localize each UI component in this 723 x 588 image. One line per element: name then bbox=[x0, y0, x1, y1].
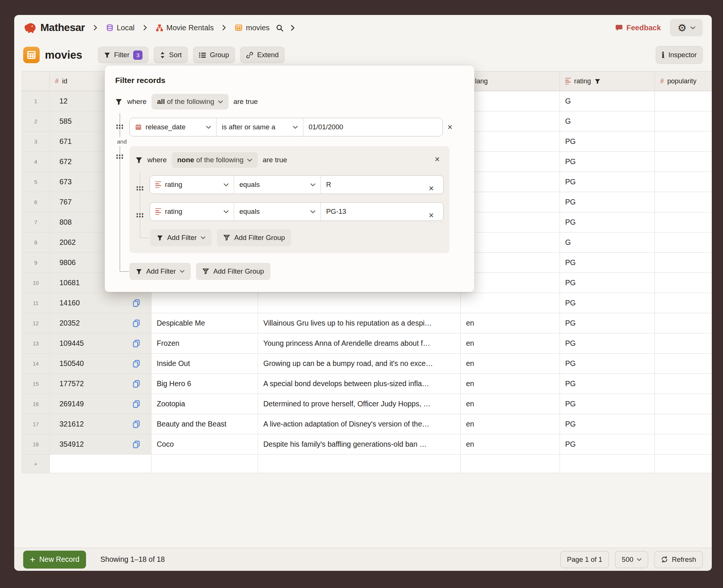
row-number-cell[interactable]: 12 bbox=[22, 313, 50, 333]
extend-button[interactable]: Extend bbox=[240, 47, 285, 63]
row-number-cell[interactable]: 11 bbox=[22, 293, 50, 313]
popularity-cell[interactable] bbox=[655, 91, 712, 111]
description-cell[interactable]: Despite his family's baffling generation… bbox=[258, 434, 461, 455]
breadcrumb-database[interactable]: Local bbox=[106, 24, 135, 32]
id-cell[interactable]: 14160 bbox=[50, 293, 151, 313]
mathesar-logo[interactable]: Mathesar bbox=[23, 21, 85, 34]
copy-record-icon[interactable] bbox=[132, 379, 146, 388]
popularity-cell[interactable] bbox=[655, 192, 712, 212]
column-header-rating[interactable]: rating bbox=[560, 71, 655, 91]
lang-cell[interactable] bbox=[461, 172, 560, 192]
name-cell[interactable]: Coco bbox=[151, 434, 258, 455]
rating-cell[interactable]: PG bbox=[560, 152, 655, 172]
add-filter-button[interactable]: Add Filter bbox=[129, 263, 191, 280]
lang-cell[interactable]: en bbox=[461, 354, 560, 374]
group-combiner-select[interactable]: none of the following bbox=[172, 152, 258, 168]
popularity-cell[interactable] bbox=[655, 333, 712, 354]
operator-select[interactable]: equals bbox=[234, 176, 321, 194]
copy-record-icon[interactable] bbox=[132, 319, 146, 327]
popularity-cell[interactable] bbox=[655, 354, 712, 374]
popularity-cell[interactable] bbox=[655, 212, 712, 233]
row-number-cell[interactable]: 14 bbox=[22, 354, 50, 374]
popularity-cell[interactable] bbox=[655, 273, 712, 293]
row-number-cell[interactable]: 18 bbox=[22, 434, 50, 455]
rating-cell[interactable]: PG bbox=[560, 374, 655, 394]
popularity-cell[interactable] bbox=[655, 172, 712, 192]
name-cell[interactable]: Big Hero 6 bbox=[151, 374, 258, 394]
row-number-cell[interactable]: 16 bbox=[22, 394, 50, 414]
id-cell[interactable]: 354912 bbox=[50, 434, 151, 455]
rating-cell[interactable]: PG bbox=[560, 313, 655, 333]
lang-cell[interactable] bbox=[461, 293, 560, 313]
remove-condition-button[interactable]: × bbox=[443, 123, 457, 132]
lang-cell[interactable] bbox=[461, 212, 560, 233]
lang-cell[interactable] bbox=[461, 253, 560, 273]
row-number-cell[interactable]: 17 bbox=[22, 414, 50, 434]
refresh-button[interactable]: Refresh bbox=[654, 551, 703, 568]
drag-handle-icon[interactable] bbox=[135, 186, 145, 191]
row-number-cell[interactable]: 9 bbox=[22, 253, 50, 273]
breadcrumb-schema[interactable]: Movie Rentals bbox=[156, 24, 214, 32]
id-cell[interactable]: 109445 bbox=[50, 333, 151, 354]
popularity-cell[interactable] bbox=[655, 111, 712, 132]
new-row[interactable]: + bbox=[22, 455, 712, 473]
copy-record-icon[interactable] bbox=[132, 400, 146, 408]
operator-select[interactable]: is after or same a bbox=[217, 118, 303, 136]
row-number-cell[interactable]: 4 bbox=[22, 152, 50, 172]
inspector-button[interactable]: i Inspector bbox=[656, 46, 703, 64]
column-select[interactable]: rating bbox=[150, 176, 234, 194]
outer-combiner-select[interactable]: all of the following bbox=[151, 94, 229, 110]
filter-button[interactable]: Filter 3 bbox=[98, 47, 148, 63]
lang-cell[interactable]: en bbox=[461, 313, 560, 333]
row-number-cell[interactable]: 13 bbox=[22, 333, 50, 354]
lang-cell[interactable] bbox=[461, 132, 560, 152]
operator-select[interactable]: equals bbox=[234, 203, 321, 221]
rating-cell[interactable]: PG bbox=[560, 212, 655, 233]
pagination-button[interactable]: Page 1 of 1 bbox=[560, 551, 609, 568]
rating-cell[interactable]: PG bbox=[560, 394, 655, 414]
settings-menu-button[interactable]: ⚙ bbox=[670, 19, 703, 36]
lang-cell[interactable]: en bbox=[461, 414, 560, 434]
rating-cell[interactable]: PG bbox=[560, 273, 655, 293]
remove-group-button[interactable]: × bbox=[430, 155, 444, 164]
add-filter-group-button[interactable]: Add Filter Group bbox=[196, 263, 270, 280]
rating-cell[interactable]: PG bbox=[560, 253, 655, 273]
sort-button[interactable]: Sort bbox=[154, 47, 188, 63]
id-cell[interactable]: 150540 bbox=[50, 354, 151, 374]
copy-record-icon[interactable] bbox=[132, 420, 146, 428]
rating-cell[interactable]: PG bbox=[560, 414, 655, 434]
popularity-cell[interactable] bbox=[655, 414, 712, 434]
value-input[interactable]: 01/01/2000 bbox=[303, 118, 442, 136]
rating-cell[interactable]: PG bbox=[560, 192, 655, 212]
rating-cell[interactable]: PG bbox=[560, 333, 655, 354]
id-cell[interactable]: 321612 bbox=[50, 414, 151, 434]
description-cell[interactable]: Villainous Gru lives up to his reputatio… bbox=[258, 313, 461, 333]
breadcrumb-expand-icon[interactable] bbox=[289, 25, 296, 31]
name-cell[interactable]: Frozen bbox=[151, 333, 258, 354]
remove-condition-button[interactable]: × bbox=[424, 211, 438, 220]
lang-cell[interactable] bbox=[461, 192, 560, 212]
row-number-cell[interactable]: 15 bbox=[22, 374, 50, 394]
name-cell[interactable]: Zootopia bbox=[151, 394, 258, 414]
row-number-cell[interactable]: 6 bbox=[22, 192, 50, 212]
popularity-cell[interactable] bbox=[655, 233, 712, 253]
popularity-cell[interactable] bbox=[655, 132, 712, 152]
description-cell[interactable]: Young princess Anna of Arendelle dreams … bbox=[258, 333, 461, 354]
name-cell[interactable]: Beauty and the Beast bbox=[151, 414, 258, 434]
id-cell[interactable]: 177572 bbox=[50, 374, 151, 394]
drag-handle-icon[interactable] bbox=[115, 154, 125, 160]
name-cell[interactable] bbox=[151, 293, 258, 313]
description-cell[interactable]: A live-action adaptation of Disney's ver… bbox=[258, 414, 461, 434]
group-button[interactable]: Group bbox=[193, 47, 235, 63]
add-filter-button[interactable]: Add Filter bbox=[150, 229, 212, 246]
row-number-cell[interactable]: 5 bbox=[22, 172, 50, 192]
description-cell[interactable]: A special bond develops between plus-siz… bbox=[258, 374, 461, 394]
row-number-cell[interactable]: 7 bbox=[22, 212, 50, 233]
column-select[interactable]: release_date bbox=[130, 118, 217, 136]
lang-cell[interactable]: en bbox=[461, 394, 560, 414]
rating-cell[interactable]: G bbox=[560, 111, 655, 132]
popularity-cell[interactable] bbox=[655, 394, 712, 414]
copy-record-icon[interactable] bbox=[132, 339, 146, 348]
popularity-cell[interactable] bbox=[655, 374, 712, 394]
id-cell[interactable]: 20352 bbox=[50, 313, 151, 333]
